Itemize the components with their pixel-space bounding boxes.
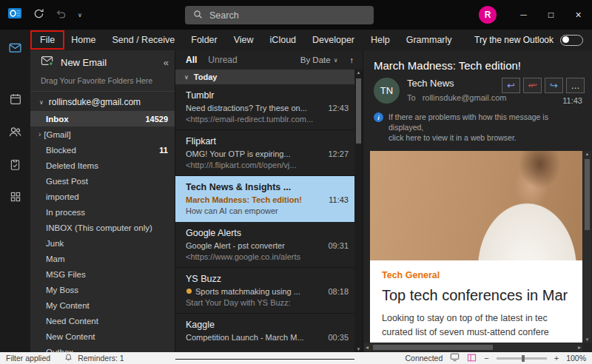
tab-help[interactable]: Help xyxy=(363,30,398,50)
zoom-in-button[interactable]: + xyxy=(554,354,559,363)
folder-deleted-items[interactable]: Deleted Items xyxy=(30,158,175,173)
email-subject: Google Alert - pst converter xyxy=(186,240,285,252)
tab-help-label: Help xyxy=(371,35,390,45)
search-input[interactable] xyxy=(209,10,366,21)
reminders-status[interactable]: Reminders: 1 xyxy=(78,354,124,363)
maximize-button[interactable]: □ xyxy=(537,0,565,30)
sender-name[interactable]: Tech News xyxy=(407,78,502,90)
chevron-right-icon[interactable]: › xyxy=(38,130,41,138)
email-body-line: curated list of seven must-attend confer… xyxy=(382,326,571,340)
reading-horizontal-scrollbar[interactable]: ◂ ▸ xyxy=(364,343,582,351)
reading-vertical-scrollbar[interactable]: ▲ ▼ xyxy=(583,151,591,343)
zoom-slider[interactable] xyxy=(497,357,547,360)
email-body-line: Looking to stay on top of the latest in … xyxy=(382,311,571,326)
tab-file[interactable]: File xyxy=(32,30,63,50)
folder-my-boss[interactable]: My Boss xyxy=(30,282,175,297)
email-item-ys-buzz[interactable]: YS Buzz Sports matchmaking using ... 08:… xyxy=(175,268,354,314)
scroll-down-icon[interactable]: ▼ xyxy=(583,337,591,342)
zoom-out-button[interactable]: − xyxy=(484,354,488,363)
collapse-pane-icon[interactable]: « xyxy=(164,57,169,68)
forward-button[interactable]: ↪ xyxy=(545,78,563,93)
scroll-up-icon[interactable]: ▲ xyxy=(354,70,363,75)
sort-direction-icon[interactable]: ↑ xyxy=(350,55,354,64)
close-button[interactable]: × xyxy=(565,0,592,30)
tab-send-receive[interactable]: Send / Receive xyxy=(104,30,184,50)
email-category-link[interactable]: Tech General xyxy=(382,270,571,280)
folder-blocked[interactable]: Blocked 11 xyxy=(30,142,175,158)
search-bar[interactable] xyxy=(185,6,374,24)
folder-guest-post[interactable]: Guest Post xyxy=(30,173,175,189)
reply-all-button[interactable]: ↩↩ xyxy=(523,78,542,93)
tab-grammarly-label: Grammarly xyxy=(406,35,452,45)
folder-my-content[interactable]: My Content xyxy=(30,297,175,313)
email-snippet: How can AI can empower xyxy=(186,206,349,217)
folder-junk[interactable]: Junk xyxy=(30,235,175,251)
minimize-button[interactable]: ─ xyxy=(510,0,537,30)
tab-grammarly[interactable]: Grammarly xyxy=(398,30,460,50)
folder-label: MSG Files xyxy=(46,270,86,279)
folder-label: Deleted Items xyxy=(46,161,98,170)
tasks-nav-icon[interactable] xyxy=(0,153,30,175)
folder-label: Junk xyxy=(46,239,64,248)
tab-icloud-label: iCloud xyxy=(270,35,296,45)
email-item-tumblr[interactable]: Tumblr Need distractions? Try these on..… xyxy=(175,84,354,130)
undo-icon[interactable] xyxy=(56,8,67,22)
people-nav-icon[interactable] xyxy=(0,121,30,143)
send-receive-icon[interactable] xyxy=(33,8,44,22)
tab-home[interactable]: Home xyxy=(63,30,104,50)
folder-label: Guest Post xyxy=(46,177,88,186)
scroll-left-icon[interactable]: ◂ xyxy=(366,343,369,351)
folder-new-content[interactable]: New Content xyxy=(30,328,175,344)
folder-inbox[interactable]: Inbox 14529 xyxy=(30,111,175,127)
calendar-nav-icon[interactable] xyxy=(0,88,30,110)
reply-button[interactable]: ↩ xyxy=(502,78,520,93)
normal-view-icon[interactable] xyxy=(450,353,460,363)
tab-view[interactable]: View xyxy=(226,30,262,50)
reading-pane: March Madness: Tech edition! TN Tech New… xyxy=(363,50,592,352)
more-actions-button[interactable]: … xyxy=(566,78,585,93)
email-item-tech-news[interactable]: Tech News & Insights ... March Madness: … xyxy=(175,176,354,222)
email-subject: Competition Launch - March M... xyxy=(186,331,304,343)
group-header-today[interactable]: ∨ Today xyxy=(175,70,363,84)
new-email-icon xyxy=(41,55,54,70)
mail-nav-icon[interactable] xyxy=(0,36,30,58)
scroll-down-icon[interactable]: ▼ xyxy=(354,347,363,351)
email-time: 12:27 xyxy=(328,149,349,158)
scroll-up-icon[interactable]: ▲ xyxy=(583,152,591,156)
scroll-right-icon[interactable]: ▸ xyxy=(578,343,581,351)
account-avatar[interactable]: R xyxy=(479,6,497,24)
to-address[interactable]: rollinsduke@gmail.com xyxy=(423,93,507,102)
zoom-slider-thumb[interactable] xyxy=(522,355,525,362)
account-node[interactable]: ∨ rollinsduke@gmail.com xyxy=(30,92,175,111)
filter-tab-unread[interactable]: Unread xyxy=(208,55,237,65)
tab-folder[interactable]: Folder xyxy=(183,30,225,50)
apps-nav-icon[interactable] xyxy=(0,186,30,208)
new-outlook-toggle[interactable] xyxy=(560,35,583,46)
message-list-scrollbar[interactable]: ▲ ▼ xyxy=(354,70,363,352)
scrollbar-thumb[interactable] xyxy=(373,345,493,350)
scrollbar-thumb[interactable] xyxy=(585,159,590,230)
new-email-button[interactable]: New Email xyxy=(61,57,107,68)
filter-tab-all[interactable]: All xyxy=(186,55,197,65)
chevron-down-icon[interactable]: ∨ xyxy=(39,99,44,106)
sort-dropdown[interactable]: By Date ∨ xyxy=(300,55,338,64)
folder-msg-files[interactable]: MSG Files xyxy=(30,266,175,282)
tab-developer[interactable]: Developer xyxy=(304,30,363,50)
scrollbar-thumb[interactable] xyxy=(356,78,361,144)
folder-need-content[interactable]: Need Content xyxy=(30,313,175,328)
tab-icloud[interactable]: iCloud xyxy=(262,30,304,50)
folder-imported[interactable]: imported xyxy=(30,189,175,204)
folder-outbox[interactable]: Outbox xyxy=(30,344,175,352)
sender-avatar[interactable]: TN xyxy=(374,78,400,104)
folder-gmail[interactable]: › [Gmail] xyxy=(30,127,175,142)
customize-toolbar-icon[interactable]: ∨ xyxy=(78,12,82,18)
email-item-google-alerts[interactable]: Google Alerts Google Alert - pst convert… xyxy=(175,222,354,268)
zoom-level[interactable]: 100% xyxy=(566,354,586,363)
email-item-flipkart[interactable]: Flipkart OMG! Your OTP is expiring... 12… xyxy=(175,130,354,176)
folder-inbox-computer-only[interactable]: INBOX (This computer only) xyxy=(30,220,175,235)
info-message-line2[interactable]: click here to view it in a web browser. xyxy=(388,132,582,143)
folder-in-process[interactable]: In process xyxy=(30,204,175,220)
folder-mam[interactable]: Mam xyxy=(30,251,175,266)
reading-view-icon[interactable] xyxy=(467,354,477,363)
email-item-kaggle[interactable]: Kaggle Competition Launch - March M... 0… xyxy=(175,314,354,360)
